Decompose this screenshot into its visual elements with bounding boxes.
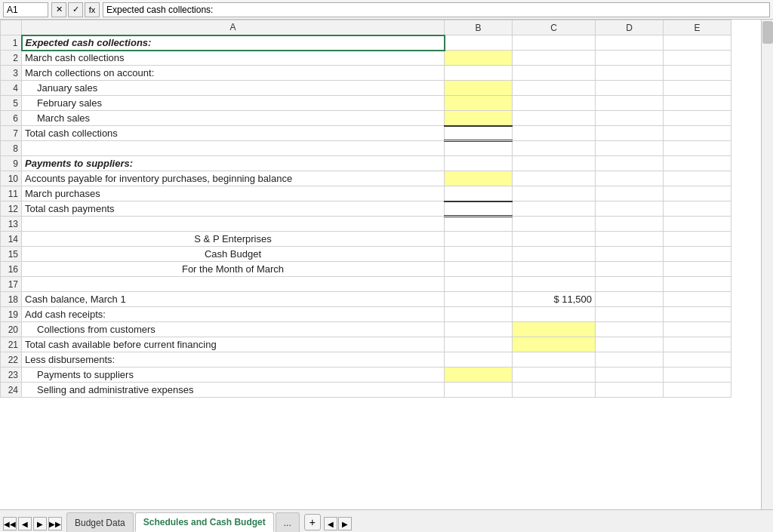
cell-15-D[interactable] — [596, 247, 664, 262]
insert-function-btn[interactable]: fx — [85, 2, 100, 17]
cell-5-E[interactable] — [664, 96, 731, 111]
cell-18-D[interactable] — [596, 292, 664, 307]
cell-24-B[interactable] — [445, 383, 513, 398]
tab-scroll-right[interactable]: ▶ — [338, 517, 352, 530]
cell-6-D[interactable] — [596, 111, 664, 126]
cell-1-E[interactable] — [664, 35, 731, 51]
cell-3-B[interactable] — [445, 66, 513, 81]
cell-10-E[interactable] — [664, 171, 731, 186]
cell-6-B[interactable] — [445, 111, 513, 126]
cell-20-B[interactable] — [445, 322, 513, 337]
cell-4-C[interactable] — [513, 81, 596, 96]
cell-24-E[interactable] — [664, 383, 731, 398]
cell-1-C[interactable] — [513, 35, 596, 51]
cell-2-A[interactable]: March cash collections — [22, 51, 445, 66]
cell-2-B[interactable] — [445, 51, 513, 66]
cell-2-E[interactable] — [664, 51, 731, 66]
cell-22-A[interactable]: Less disbursements: — [22, 352, 445, 367]
cell-5-B[interactable] — [445, 96, 513, 111]
cell-15-C[interactable] — [513, 247, 596, 262]
col-header-E[interactable]: E — [664, 20, 731, 35]
cell-23-C[interactable] — [513, 367, 596, 383]
cell-17-C[interactable] — [513, 277, 596, 292]
add-sheet-button[interactable]: + — [304, 514, 321, 530]
cell-1-D[interactable] — [596, 35, 664, 51]
cell-22-B[interactable] — [445, 352, 513, 367]
cell-15-E[interactable] — [664, 247, 731, 262]
col-header-D[interactable]: D — [596, 20, 664, 35]
cell-14-C[interactable] — [513, 232, 596, 247]
cell-12-A[interactable]: Total cash payments — [22, 201, 445, 217]
col-header-B[interactable]: B — [445, 20, 513, 35]
cell-20-D[interactable] — [596, 322, 664, 337]
cell-19-E[interactable] — [664, 307, 731, 322]
col-header-C[interactable]: C — [513, 20, 596, 35]
cell-6-C[interactable] — [513, 111, 596, 126]
cell-14-A[interactable]: S & P Enterprises — [22, 232, 445, 247]
cell-4-D[interactable] — [596, 81, 664, 96]
cell-9-D[interactable] — [596, 156, 664, 171]
cell-10-C[interactable] — [513, 171, 596, 186]
cell-22-E[interactable] — [664, 352, 731, 367]
cell-12-C[interactable] — [513, 201, 596, 217]
cell-16-B[interactable] — [445, 262, 513, 277]
cell-16-C[interactable] — [513, 262, 596, 277]
confirm-formula-btn[interactable]: ✓ — [68, 2, 83, 17]
cell-22-C[interactable] — [513, 352, 596, 367]
cell-1-B[interactable] — [445, 35, 513, 51]
cell-9-A[interactable]: Payments to suppliers: — [22, 156, 445, 171]
cell-23-E[interactable] — [664, 367, 731, 383]
tab-schedules-cash-budget[interactable]: Schedules and Cash Budget — [135, 512, 274, 532]
tab-dots[interactable]: ... — [276, 512, 300, 532]
cell-7-D[interactable] — [596, 126, 664, 141]
cell-11-B[interactable] — [445, 186, 513, 201]
cell-12-E[interactable] — [664, 201, 731, 217]
col-header-A[interactable]: A — [22, 20, 445, 35]
cell-5-D[interactable] — [596, 96, 664, 111]
cell-19-A[interactable]: Add cash receipts: — [22, 307, 445, 322]
cell-18-C[interactable]: $ 11,500 — [513, 292, 596, 307]
cell-17-E[interactable] — [664, 277, 731, 292]
cell-5-A[interactable]: February sales — [22, 96, 445, 111]
cell-21-D[interactable] — [596, 337, 664, 352]
cell-24-A[interactable]: Selling and administrative expenses — [22, 383, 445, 398]
cell-3-C[interactable] — [513, 66, 596, 81]
cell-19-D[interactable] — [596, 307, 664, 322]
cell-8-C[interactable] — [513, 141, 596, 156]
cell-20-C[interactable] — [513, 322, 596, 337]
cell-11-A[interactable]: March purchases — [22, 186, 445, 201]
grid-scroll[interactable]: A B C D E 1Expected cash collections:2Ma… — [0, 20, 773, 509]
formula-content[interactable]: Expected cash collections: — [103, 2, 770, 17]
cell-12-B[interactable] — [445, 201, 513, 217]
cell-13-A[interactable] — [22, 217, 445, 232]
cell-16-D[interactable] — [596, 262, 664, 277]
cell-13-D[interactable] — [596, 217, 664, 232]
cell-17-D[interactable] — [596, 277, 664, 292]
cell-7-B[interactable] — [445, 126, 513, 141]
cell-22-D[interactable] — [596, 352, 664, 367]
tab-nav-next[interactable]: ▶ — [33, 517, 47, 530]
cell-4-A[interactable]: January sales — [22, 81, 445, 96]
tab-nav-first[interactable]: ◀◀ — [3, 517, 17, 530]
cell-7-C[interactable] — [513, 126, 596, 141]
cell-24-D[interactable] — [596, 383, 664, 398]
cell-11-E[interactable] — [664, 186, 731, 201]
vertical-scrollbar[interactable] — [761, 20, 773, 509]
cell-2-C[interactable] — [513, 51, 596, 66]
cell-23-D[interactable] — [596, 367, 664, 383]
cell-23-B[interactable] — [445, 367, 513, 383]
cell-21-B[interactable] — [445, 337, 513, 352]
cell-21-E[interactable] — [664, 337, 731, 352]
cell-2-D[interactable] — [596, 51, 664, 66]
cell-8-B[interactable] — [445, 141, 513, 156]
cell-15-A[interactable]: Cash Budget — [22, 247, 445, 262]
cell-8-E[interactable] — [664, 141, 731, 156]
cell-5-C[interactable] — [513, 96, 596, 111]
cell-19-C[interactable] — [513, 307, 596, 322]
cell-3-E[interactable] — [664, 66, 731, 81]
tab-scroll-left[interactable]: ◀ — [324, 517, 337, 530]
cell-12-D[interactable] — [596, 201, 664, 217]
cell-11-C[interactable] — [513, 186, 596, 201]
cell-14-B[interactable] — [445, 232, 513, 247]
cell-13-C[interactable] — [513, 217, 596, 232]
